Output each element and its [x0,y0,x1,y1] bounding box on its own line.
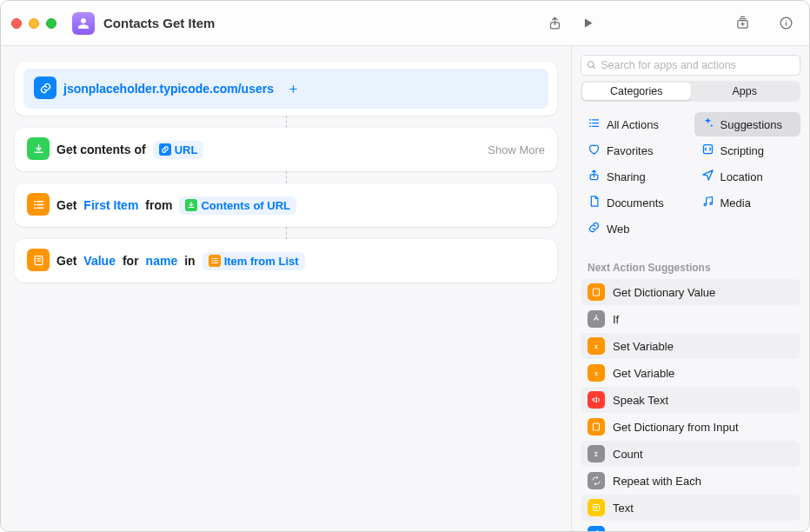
cat-web[interactable]: Web [581,216,687,241]
minimize-window-button[interactable] [29,18,39,29]
share-button[interactable] [541,10,568,37]
location-icon [701,169,714,184]
svg-point-6 [704,203,707,206]
show-more-button[interactable]: Show More [488,143,545,156]
close-window-button[interactable] [11,18,22,29]
key-param[interactable]: name [146,254,178,268]
cat-suggestions[interactable]: Suggestions [694,112,801,136]
workflow-icon [72,12,95,35]
segment-categories[interactable]: Categories [582,83,691,100]
token-label: Item from List [224,255,299,268]
suggestions-header: Next Action Suggestions [572,253,809,279]
url-action-card[interactable]: jsonplaceholder.typicode.com/users [15,62,557,116]
segment-apps[interactable]: Apps [691,83,800,100]
category-grid: All Actions Suggestions Favorites Script… [572,109,809,249]
cat-media[interactable]: Media [694,190,801,215]
segmented-control: Categories Apps [581,81,800,102]
item-from-list-token[interactable]: Item from List [202,252,305,270]
list-icon [209,255,221,267]
link-icon [588,526,605,532]
suggestion-item[interactable]: ΣCount [581,441,800,467]
suggestion-item[interactable]: Text [581,495,800,521]
cat-location[interactable]: Location [694,164,801,189]
window: Contacts Get Item [0,0,810,532]
kw-for: for [123,254,139,268]
traffic-lights [11,18,56,29]
list-icon [27,193,50,216]
suggestion-item[interactable]: Speak Text [581,387,800,413]
list-icon [588,116,601,132]
add-url-button[interactable] [284,79,303,98]
value-param[interactable]: Value [83,254,116,268]
link-icon [34,76,56,99]
action-label: Get contents of [56,143,146,156]
get-item-from-list-action[interactable]: Get First Item from Contents of URL [15,183,557,227]
suggestion-item[interactable]: xGet Variable [581,360,800,386]
info-button[interactable] [773,10,799,37]
connector [286,227,287,239]
link-icon [159,143,171,156]
workflow-canvas[interactable]: jsonplaceholder.typicode.com/users Get c… [1,46,571,531]
scripting-icon [701,143,714,158]
get-contents-action[interactable]: Get contents of URL Show More [15,128,557,171]
actions-sidebar: Categories Apps All Actions Suggestions … [571,46,809,531]
run-button[interactable] [574,10,601,37]
svg-text:x: x [594,370,598,376]
token-label: Contents of URL [201,199,290,212]
svg-rect-13 [594,505,600,511]
variable-icon: x [588,337,605,355]
cat-sharing[interactable]: Sharing [581,164,687,189]
cat-documents[interactable]: Documents [581,190,687,215]
svg-rect-8 [594,289,600,296]
search-field[interactable] [581,55,800,76]
suggestion-item[interactable]: URL [581,522,800,532]
suggestion-item[interactable]: Get Dictionary from Input [581,414,800,440]
kw-get: Get [56,254,76,268]
share-icon [588,169,601,184]
connector [286,116,287,128]
contents-of-url-token[interactable]: Contents of URL [179,196,296,215]
repeat-icon [588,472,605,489]
library-button[interactable] [729,10,755,37]
link-icon [588,221,601,236]
svg-rect-11 [594,423,600,430]
url-value[interactable]: jsonplaceholder.typicode.com/users [63,82,274,96]
suggestion-item[interactable]: Repeat with Each [581,468,800,494]
heart-icon [588,143,601,158]
body: jsonplaceholder.typicode.com/users Get c… [1,46,809,531]
kw-from: from [145,198,172,212]
download-icon [185,199,197,211]
document-icon [588,195,601,210]
music-icon [701,195,714,210]
svg-text:x: x [594,343,598,349]
titlebar: Contacts Get Item [1,1,809,46]
svg-point-7 [710,203,713,205]
window-title: Contacts Get Item [103,16,215,30]
suggestion-item[interactable]: xSet Variable [581,333,800,359]
titlebar-actions [534,10,799,37]
dictionary-icon [588,418,605,436]
suggestions-list: Get Dictionary Value If xSet Variable xG… [572,279,809,532]
dictionary-icon [588,283,605,301]
suggestion-item[interactable]: If [581,306,800,332]
search-input[interactable] [601,59,794,71]
cat-scripting[interactable]: Scripting [694,138,801,163]
sigma-icon: Σ [588,445,605,462]
get-dictionary-value-action[interactable]: Get Value for name in Item from List [15,239,557,283]
speaker-icon [588,391,605,409]
connector [286,171,287,183]
kw-in: in [184,254,195,268]
dictionary-icon [27,249,50,271]
branch-icon [588,310,605,328]
search-icon [587,60,596,70]
fullscreen-window-button[interactable] [46,18,56,29]
svg-text:Σ: Σ [594,451,598,457]
first-item-param[interactable]: First Item [83,198,138,212]
cat-all-actions[interactable]: All Actions [581,112,687,136]
cat-favorites[interactable]: Favorites [581,138,687,163]
suggestion-item[interactable]: Get Dictionary Value [581,279,800,305]
url-param-token[interactable]: URL [153,141,204,159]
kw-get: Get [56,198,76,212]
token-label: URL [175,143,198,156]
sparkle-icon [701,116,714,132]
